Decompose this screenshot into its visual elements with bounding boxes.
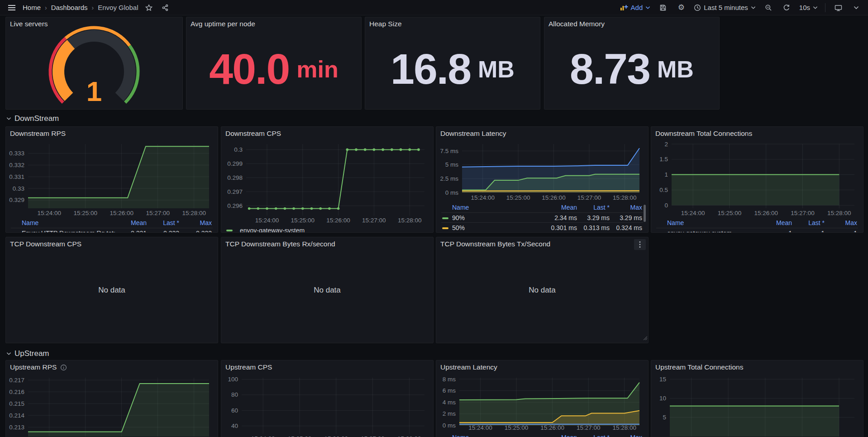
legend-row[interactable]: 90%2.34 ms3.29 ms3.29 ms (441, 213, 643, 223)
panel-title[interactable]: Heap Size (365, 17, 540, 29)
upstream-cps-chart: 40608010015:24:0015:25:0015:26:0015:27:0… (225, 373, 429, 437)
svg-text:15:24:00: 15:24:00 (255, 217, 279, 224)
svg-text:15:25:00: 15:25:00 (288, 435, 312, 437)
svg-text:15:24:00: 15:24:00 (37, 210, 61, 216)
svg-text:0: 0 (664, 202, 668, 209)
legend-value: 0.301 ms (545, 223, 578, 233)
legend-header[interactable]: Last * (578, 433, 610, 437)
legend-header[interactable]: Name (656, 218, 760, 228)
panel-downstream-cps: Downstream CPS 0.2960.2970.2980.2990.315… (221, 126, 434, 233)
svg-text:15:27:00: 15:27:00 (791, 210, 815, 216)
panel-title[interactable]: Upstream RPS (6, 360, 218, 372)
legend-header[interactable]: Max (610, 433, 643, 437)
menu-icon[interactable] (6, 2, 17, 13)
legend[interactable]: NameMeanLast *Max (441, 433, 643, 437)
section-upstream[interactable]: UpStream (6, 348, 49, 359)
live-servers-gauge: 1 (6, 24, 182, 110)
breadcrumb-home[interactable]: Home (23, 4, 41, 11)
add-button[interactable]: Add (620, 4, 651, 11)
panel-title[interactable]: Allocated Memory (544, 17, 719, 29)
legend-header[interactable]: Name (441, 203, 545, 213)
legend-header[interactable]: Mean (545, 203, 578, 213)
legend-row[interactable]: 50%0.301 ms0.313 ms0.324 ms (441, 223, 643, 233)
panel-menu-kebab-icon[interactable] (634, 239, 646, 250)
series-name[interactable]: envoy-gateway-system (667, 230, 732, 233)
navbar: Home › Dashboards › Envoy Global Add ⚙ L… (0, 0, 868, 15)
legend[interactable]: envoy-gateway-system (226, 226, 428, 233)
panel-title-text: Downstream RPS (10, 130, 66, 138)
panel-title[interactable]: Avg uptime per node (186, 17, 361, 29)
save-icon[interactable] (658, 2, 668, 13)
panel-title-text: Downstream CPS (225, 130, 281, 138)
legend[interactable]: NameMeanLast *Max90%2.34 ms3.29 ms3.29 m… (441, 203, 643, 233)
legend-row[interactable]: 99%4.89 ms8 ms8 ms (441, 233, 643, 233)
legend-header[interactable]: Mean (760, 218, 793, 228)
legend-value: 0.333 (148, 228, 180, 233)
svg-text:15:25:00: 15:25:00 (291, 217, 315, 224)
legend-row[interactable]: Envoy HTTP Downstream Rq total0.3310.333… (11, 228, 213, 233)
svg-text:0.215: 0.215 (9, 400, 24, 407)
svg-text:2.5 ms: 2.5 ms (440, 175, 458, 182)
panel-title[interactable]: Downstream RPS (6, 127, 218, 139)
svg-text:15:26:00: 15:26:00 (110, 210, 134, 216)
breadcrumb-separator: › (45, 4, 47, 11)
svg-text:15:27:00: 15:27:00 (361, 435, 385, 437)
panel-live-servers: Live servers 1 (5, 17, 183, 110)
legend-value: 3.29 ms (578, 213, 610, 223)
share-icon[interactable] (160, 2, 171, 13)
star-icon[interactable] (143, 2, 154, 13)
panel-title-text: Avg uptime per node (191, 20, 255, 28)
svg-text:6 ms: 6 ms (443, 387, 456, 394)
breadcrumb-dashboards[interactable]: Dashboards (51, 4, 88, 11)
section-label: DownStream (14, 114, 59, 123)
legend-header[interactable]: Name (11, 218, 115, 228)
svg-text:1: 1 (86, 76, 102, 107)
legend-header[interactable]: Mean (545, 433, 578, 437)
legend-header[interactable]: Last * (578, 203, 610, 213)
legend-item[interactable]: envoy-gateway-system (226, 226, 428, 233)
legend-header[interactable]: Last * (148, 218, 180, 228)
downstream-rps-chart: 0.3290.330.3310.3320.33315:24:0015:25:00… (10, 139, 214, 217)
legend-header[interactable]: Name (441, 433, 545, 437)
panel-tcp-downstream-bytes-tx: TCP Downstream Bytes Tx/Second No data (436, 237, 649, 343)
add-label: Add (631, 4, 643, 11)
legend-value: 0.313 ms (578, 223, 610, 233)
legend-row[interactable]: envoy-gateway-system111 (656, 228, 858, 233)
svg-text:0.216: 0.216 (9, 389, 24, 395)
chevron-down-icon[interactable] (851, 2, 862, 13)
zoom-out-icon[interactable] (763, 2, 774, 13)
panel-title[interactable]: Downstream CPS (221, 127, 433, 139)
legend-header[interactable]: Last * (793, 218, 825, 228)
legend-scrollbar[interactable] (644, 205, 646, 222)
series-name[interactable]: 90% (452, 214, 465, 221)
panel-resize-handle[interactable] (643, 334, 647, 342)
section-downstream[interactable]: DownStream (6, 113, 59, 124)
panel-title[interactable]: Upstream Total Connections (651, 360, 863, 372)
refresh-interval-dropdown[interactable]: 10s (799, 4, 818, 11)
tv-icon[interactable] (833, 2, 844, 13)
series-name[interactable]: envoy-gateway-system (240, 227, 305, 233)
panel-title[interactable]: Downstream Total Connections (651, 127, 863, 139)
stat-value-group: 8.73 MB (544, 29, 719, 109)
series-swatch (442, 227, 448, 229)
series-name[interactable]: Envoy HTTP Downstream Rq total (22, 230, 115, 233)
legend-header[interactable]: Max (180, 218, 213, 228)
panel-title-text: Upstream CPS (225, 363, 272, 371)
refresh-icon[interactable] (781, 2, 792, 13)
legend-header[interactable]: Mean (115, 218, 148, 228)
svg-text:8 ms: 8 ms (443, 376, 456, 383)
gear-icon[interactable]: ⚙ (676, 2, 687, 13)
legend[interactable]: NameMeanLast *MaxEnvoy HTTP Downstream R… (11, 218, 213, 233)
panel-title[interactable]: Upstream Latency (436, 360, 648, 372)
svg-text:15:28:00: 15:28:00 (398, 217, 422, 224)
panel-title[interactable]: Upstream CPS (221, 360, 433, 372)
panel-allocated-memory: Allocated Memory 8.73 MB (544, 17, 720, 110)
series-name[interactable]: 50% (452, 224, 465, 231)
panel-title[interactable]: Downstream Latency (436, 127, 648, 139)
legend-header[interactable]: Max (610, 203, 643, 213)
time-range-picker[interactable]: Last 5 minutes (694, 4, 756, 11)
refresh-interval-label: 10s (799, 4, 810, 11)
legend-value: 1 (825, 228, 858, 233)
legend[interactable]: NameMeanLast *Maxenvoy-gateway-system111 (656, 218, 858, 233)
legend-header[interactable]: Max (825, 218, 858, 228)
